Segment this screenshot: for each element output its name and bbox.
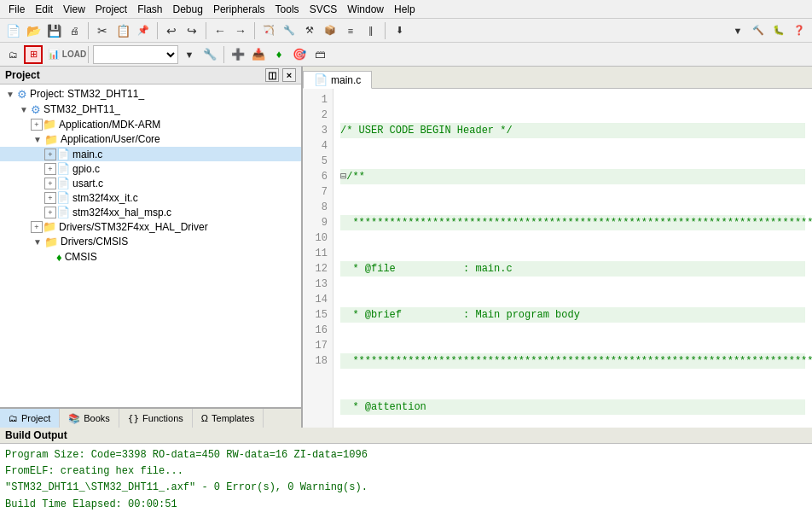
- tree-item-it-c[interactable]: + 📄 stm32f4xx_it.c: [0, 190, 301, 205]
- paste-btn[interactable]: 📌: [134, 21, 153, 40]
- target-settings-btn[interactable]: ▼: [180, 45, 199, 64]
- tree-item-usart-c[interactable]: + 📄 usart.c: [0, 176, 301, 190]
- undo-btn[interactable]: ↩: [162, 21, 181, 40]
- build-all-btn[interactable]: ⚒: [300, 21, 319, 40]
- ln-7: 7: [306, 184, 328, 200]
- manage-rte-btn[interactable]: 🗃: [310, 45, 329, 64]
- code-line-1: /* USER CODE BEGIN Header */: [340, 123, 805, 138]
- menu-tools[interactable]: Tools: [270, 2, 304, 17]
- toolbar1: 📄 📂 💾 🖨 ✂ 📋 📌 ↩ ↪ ← → 🏹 🔧 ⚒ 📦 ≡ ‖ ⬇ ▼ 🔨 …: [0, 19, 812, 43]
- new-file-btn[interactable]: 📄: [3, 21, 22, 40]
- build-line-4: Build Time Elapsed: 00:00:51: [5, 497, 807, 513]
- menu-window[interactable]: Window: [342, 2, 389, 17]
- main-c-icon: 📄: [56, 148, 70, 160]
- tree-item-drivers-hal[interactable]: + 📁 Drivers/STM32F4xx_HAL_Driver: [0, 219, 301, 234]
- expand-cmsis: [44, 250, 56, 264]
- save-all-btn[interactable]: 🖨: [65, 21, 84, 40]
- nav-back-btn[interactable]: ←: [211, 21, 229, 40]
- ln-10: 10: [306, 230, 328, 246]
- it-c-icon: 📄: [56, 191, 70, 204]
- menu-bar: File Edit View Project Flash Debug Perip…: [0, 0, 812, 19]
- tree-item-drivers-cmsis[interactable]: ▼ 📁 Drivers/CMSIS: [0, 234, 301, 249]
- cut-btn[interactable]: ✂: [93, 21, 112, 40]
- stop-build-btn[interactable]: ‖: [362, 21, 380, 40]
- expand-main-c[interactable]: +: [44, 149, 56, 160]
- project-icon-btn[interactable]: 🗂: [3, 45, 22, 64]
- books-tab-icon: 📚: [68, 413, 80, 424]
- copy-btn[interactable]: 📋: [113, 21, 132, 40]
- tree-item-gpio-c[interactable]: + 📄 gpio.c: [0, 161, 301, 176]
- tree-item-mdk[interactable]: + 📁 Application/MDK-ARM: [0, 117, 301, 131]
- build-line-1: Program Size: Code=3398 RO-data=450 RW-d…: [5, 447, 807, 463]
- ln-4: 4: [306, 138, 328, 154]
- tree-item-root[interactable]: ▼ ⚙ Project: STM32_DHT11_: [0, 86, 301, 102]
- project-tab-icon: 🗂: [9, 413, 18, 423]
- options-right-btn[interactable]: ▼: [728, 21, 747, 40]
- import-btn[interactable]: 📥: [249, 45, 268, 64]
- menu-view[interactable]: View: [58, 2, 90, 17]
- open-btn[interactable]: 📂: [24, 21, 43, 40]
- ln-2: 2: [306, 108, 328, 123]
- save-btn[interactable]: 💾: [44, 21, 63, 40]
- open-options-btn[interactable]: 🔧: [200, 45, 219, 64]
- code-content[interactable]: /* USER CODE BEGIN Header */ ⊟/** ******…: [334, 89, 812, 428]
- code-editor[interactable]: 1 2 3 4 5 6 7 8 9 10 11 12 13 14 15 16 1…: [303, 89, 812, 428]
- expand-it-c[interactable]: +: [44, 192, 56, 204]
- panel-pin-btn[interactable]: ◫: [265, 68, 279, 82]
- tree-label-drivers-hal: Drivers/STM32F4xx_HAL_Driver: [59, 221, 208, 233]
- expand-usart-c[interactable]: +: [44, 178, 56, 189]
- mdk-folder-icon: 📁: [43, 118, 56, 131]
- nav-fwd-btn[interactable]: →: [231, 21, 250, 40]
- tree-item-cmsis[interactable]: ♦ CMSIS: [0, 249, 301, 265]
- menu-edit[interactable]: Edit: [30, 2, 58, 17]
- load-btn[interactable]: LOAD: [65, 45, 84, 64]
- tree-item-msp-c[interactable]: + 📄 stm32f4xx_hal_msp.c: [0, 205, 301, 219]
- code-line-7: * @attention: [340, 399, 805, 415]
- components-btn[interactable]: 📊: [44, 45, 63, 64]
- functions-tab-btn[interactable]: {} Functions: [119, 409, 193, 428]
- rebuild-btn[interactable]: 🔧: [280, 21, 299, 40]
- tree-item-main-c[interactable]: + 📄 main.c: [0, 147, 301, 161]
- code-line-2: ⊟/**: [340, 169, 805, 184]
- expand-stm32[interactable]: ▼: [17, 102, 31, 116]
- tree-item-stm32[interactable]: ▼ ⚙ STM32_DHT11_: [0, 102, 301, 117]
- menu-svcs[interactable]: SVCS: [304, 2, 343, 17]
- expand-mdk[interactable]: +: [31, 119, 43, 131]
- build-target-btn[interactable]: 🏹: [259, 21, 278, 40]
- build-output-content: Program Size: Code=3398 RO-data=450 RW-d…: [0, 444, 812, 530]
- download-btn[interactable]: ⬇: [390, 21, 409, 40]
- expand-gpio-c[interactable]: +: [44, 163, 56, 175]
- expand-root[interactable]: ▼: [3, 87, 17, 101]
- help2-btn[interactable]: ❓: [790, 21, 809, 40]
- select-device-btn[interactable]: 🎯: [290, 45, 309, 64]
- separator7: [223, 46, 224, 63]
- books-tab-btn[interactable]: 📚 Books: [60, 409, 119, 428]
- templates-tab-btn[interactable]: Ω Templates: [193, 409, 264, 428]
- manage-packs-btn[interactable]: ♦: [270, 45, 288, 64]
- tree-item-appuser[interactable]: ▼ 📁 Application/User/Core: [0, 131, 301, 147]
- target-dropdown[interactable]: STM32_DHT11_: [93, 45, 178, 64]
- expand-appuser[interactable]: ▼: [31, 132, 44, 146]
- build-status-btn[interactable]: 🔨: [749, 21, 768, 40]
- debug2-btn[interactable]: 🐛: [769, 21, 788, 40]
- batch-build-btn[interactable]: 📦: [321, 21, 339, 40]
- expand-drivers-cmsis[interactable]: ▼: [31, 235, 44, 248]
- menu-debug[interactable]: Debug: [168, 2, 208, 17]
- panel-close-btn[interactable]: ×: [282, 68, 296, 82]
- menu-peripherals[interactable]: Peripherals: [208, 2, 270, 17]
- separator6: [88, 46, 89, 63]
- build-icon-btn[interactable]: ⊞: [24, 45, 43, 64]
- menu-project[interactable]: Project: [90, 2, 132, 17]
- project-tab-btn[interactable]: 🗂 Project: [0, 409, 60, 428]
- tab-main-c[interactable]: 📄 main.c: [303, 71, 372, 89]
- menu-help[interactable]: Help: [389, 2, 420, 17]
- expand-msp-c[interactable]: +: [44, 207, 56, 218]
- add-item-btn[interactable]: ➕: [229, 45, 247, 64]
- menu-flash[interactable]: Flash: [132, 2, 167, 17]
- menu-file[interactable]: File: [3, 2, 30, 17]
- tree-label-appuser: Application/User/Core: [61, 133, 160, 145]
- translate-btn[interactable]: ≡: [341, 21, 360, 40]
- expand-drivers-hal[interactable]: +: [31, 221, 43, 233]
- ln-1: 1: [306, 92, 328, 108]
- redo-btn[interactable]: ↪: [183, 21, 201, 40]
